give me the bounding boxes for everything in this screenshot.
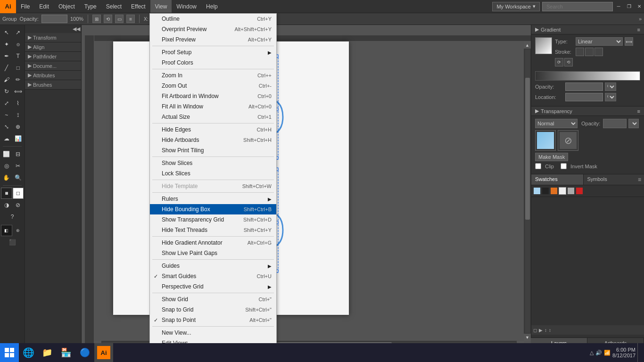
shortcut-zoom-out: Ctrl+- [252, 83, 272, 89]
shortcut-hide-edges: Ctrl+H [250, 127, 272, 132]
menu-item-guides[interactable]: Guides▶ [150, 261, 276, 271]
system-tray: △ 🔊 📶 [590, 350, 611, 356]
taskbar-store-icon[interactable]: 🏪 [57, 343, 75, 362]
menu-item-zoom-in[interactable]: Zoom InCtrl++ [150, 70, 276, 81]
clock: 6:00 PM 8/12/2017 [612, 347, 636, 358]
menu-item-label-show-print-tiling: Show Print Tiling [162, 147, 204, 154]
shortcut-pixel-preview: Alt+Ctrl+Y [241, 37, 272, 42]
menu-separator-after-proof-colors [152, 69, 274, 69]
menu-item-actual-size[interactable]: Actual SizeCtrl+1 [150, 112, 276, 122]
menu-item-proof-colors[interactable]: Proof Colors [150, 58, 276, 68]
menu-item-label-guides: Guides [162, 263, 180, 269]
menu-item-overprint-preview[interactable]: Overprint PreviewAlt+Shift+Ctrl+Y [150, 24, 276, 34]
menu-separator-after-actual-size [152, 123, 274, 123]
clock-time: 6:00 PM [612, 347, 636, 353]
menu-item-lock-slices[interactable]: Lock Slices [150, 168, 276, 179]
menu-item-label-new-view: New View... [162, 329, 191, 336]
menu-item-fit-artboard[interactable]: Fit Artboard in WindowCtrl+0 [150, 91, 276, 101]
view-menu-dropdown: OutlineCtrl+YOverprint PreviewAlt+Shift+… [149, 13, 277, 349]
start-button[interactable] [0, 343, 19, 362]
menu-item-new-view[interactable]: New View... [150, 328, 276, 338]
menu-item-show-print-tiling[interactable]: Show Print Tiling [150, 145, 276, 156]
menu-item-rulers[interactable]: Rulers▶ [150, 194, 276, 204]
menu-item-snap-to-point[interactable]: ✓Snap to PointAlt+Ctrl+" [150, 315, 276, 325]
taskbar-folder-icon[interactable]: 📁 [38, 343, 57, 362]
menu-item-label-hide-edges: Hide Edges [162, 126, 191, 133]
taskbar-ie-icon[interactable]: 🌐 [19, 343, 38, 362]
menu-item-label-fit-all: Fit All in Window [162, 103, 203, 110]
tray-icon-3: 📶 [604, 350, 611, 356]
shortcut-outline: Ctrl+Y [250, 16, 272, 22]
menu-item-label-perspective-grid: Perspective Grid [162, 283, 204, 290]
menu-item-label-rulers: Rulers [162, 196, 178, 202]
checkmark-icon: ✓ [154, 273, 158, 280]
menu-item-fit-all[interactable]: Fit All in WindowAlt+Ctrl+0 [150, 101, 276, 112]
menu-item-label-snap-to-point: Snap to Point [162, 317, 196, 323]
menu-separator-after-show-print-tiling [152, 156, 274, 157]
menu-separator-after-perspective-grid [152, 293, 274, 293]
menu-item-show-grid[interactable]: Show GridCtrl+" [150, 294, 276, 304]
shortcut-smart-guides: Ctrl+U [250, 273, 272, 279]
shortcut-show-grid: Ctrl+" [252, 296, 272, 302]
menu-item-proof-setup[interactable]: Proof Setup▶ [150, 47, 276, 58]
menu-item-perspective-grid[interactable]: Perspective Grid▶ [150, 281, 276, 292]
shortcut-hide-template: Shift+Ctrl+W [235, 183, 272, 189]
arrow-icon-perspective-grid: ▶ [268, 284, 272, 289]
arrow-icon-guides: ▶ [268, 263, 272, 269]
menu-item-label-hide-artboards: Hide Artboards [162, 137, 199, 143]
menu-item-label-proof-setup: Proof Setup [162, 49, 191, 56]
menu-item-hide-text-threads[interactable]: Hide Text ThreadsShift+Ctrl+Y [150, 225, 276, 235]
menu-item-outline[interactable]: OutlineCtrl+Y [150, 14, 276, 24]
shortcut-snap-to-point: Alt+Ctrl+" [242, 317, 272, 323]
shortcut-hide-bounding-box: Shift+Ctrl+B [237, 206, 272, 212]
svg-rect-32 [5, 353, 9, 357]
menu-item-label-actual-size: Actual Size [162, 114, 190, 120]
menu-separator-after-snap-to-point [152, 326, 274, 327]
menu-item-label-hide-bounding-box: Hide Bounding Box [162, 206, 210, 213]
taskbar-chrome-icon[interactable]: 🔵 [75, 343, 94, 362]
menu-item-label-hide-gradient-annotator: Hide Gradient Annotator [162, 239, 223, 246]
shortcut-zoom-in: Ctrl++ [250, 73, 272, 78]
menu-separator-after-show-live-paint-gaps [152, 259, 274, 260]
menu-item-smart-guides[interactable]: ✓Smart GuidesCtrl+U [150, 271, 276, 281]
shortcut-hide-artboards: Shift+Ctrl+H [236, 137, 272, 143]
menu-item-show-live-paint-gaps[interactable]: Show Live Paint Gaps [150, 248, 276, 258]
menu-item-label-snap-to-grid: Snap to Grid [162, 306, 193, 313]
menu-item-pixel-preview[interactable]: Pixel PreviewAlt+Ctrl+Y [150, 34, 276, 45]
taskbar-ai-icon[interactable]: Ai [94, 343, 113, 362]
menu-separator-after-pixel-preview [152, 46, 274, 46]
shortcut-actual-size: Ctrl+1 [250, 114, 272, 120]
menu-item-hide-artboards[interactable]: Hide ArtboardsShift+Ctrl+H [150, 135, 276, 145]
menu-item-show-transparency-grid[interactable]: Show Transparency GridShift+Ctrl+D [150, 214, 276, 225]
checkmark-icon: ✓ [154, 317, 158, 323]
menu-item-hide-bounding-box[interactable]: Hide Bounding BoxShift+Ctrl+B [150, 204, 276, 214]
svg-rect-30 [5, 348, 9, 352]
tray-icon-1: △ [590, 350, 594, 356]
menu-item-snap-to-grid[interactable]: Snap to GridShift+Ctrl+" [150, 304, 276, 315]
menu-item-label-lock-slices: Lock Slices [162, 170, 190, 177]
menu-item-label-show-transparency-grid: Show Transparency Grid [162, 216, 224, 223]
menu-item-label-hide-text-threads: Hide Text Threads [162, 227, 207, 233]
shortcut-hide-text-threads: Shift+Ctrl+Y [237, 227, 272, 233]
menu-item-label-proof-colors: Proof Colors [162, 59, 193, 66]
shortcut-fit-all: Alt+Ctrl+0 [241, 104, 272, 109]
svg-rect-31 [10, 348, 14, 352]
menu-item-zoom-out[interactable]: Zoom OutCtrl+- [150, 81, 276, 91]
shortcut-snap-to-grid: Shift+Ctrl+" [238, 307, 272, 313]
menu-item-label-show-slices: Show Slices [162, 160, 192, 166]
menu-item-label-show-live-paint-gaps: Show Live Paint Gaps [162, 250, 217, 256]
menu-item-show-slices[interactable]: Show Slices [150, 158, 276, 168]
show-desktop-btn[interactable] [637, 343, 640, 362]
menu-item-hide-template: Hide TemplateShift+Ctrl+W [150, 181, 276, 191]
dropdown-overlay: OutlineCtrl+YOverprint PreviewAlt+Shift+… [0, 0, 644, 362]
menu-item-hide-edges[interactable]: Hide EdgesCtrl+H [150, 124, 276, 135]
shortcut-fit-artboard: Ctrl+0 [250, 93, 272, 99]
menu-item-label-zoom-out: Zoom Out [162, 82, 187, 89]
shortcut-hide-gradient-annotator: Alt+Ctrl+G [240, 240, 272, 246]
shortcut-overprint-preview: Alt+Shift+Ctrl+Y [227, 26, 272, 32]
menu-item-label-pixel-preview: Pixel Preview [162, 36, 196, 43]
menu-item-label-hide-template: Hide Template [162, 183, 198, 189]
menu-item-label-fit-artboard: Fit Artboard in Window [162, 93, 219, 99]
menu-item-hide-gradient-annotator[interactable]: Hide Gradient AnnotatorAlt+Ctrl+G [150, 238, 276, 248]
menu-separator-after-hide-text-threads [152, 236, 274, 237]
